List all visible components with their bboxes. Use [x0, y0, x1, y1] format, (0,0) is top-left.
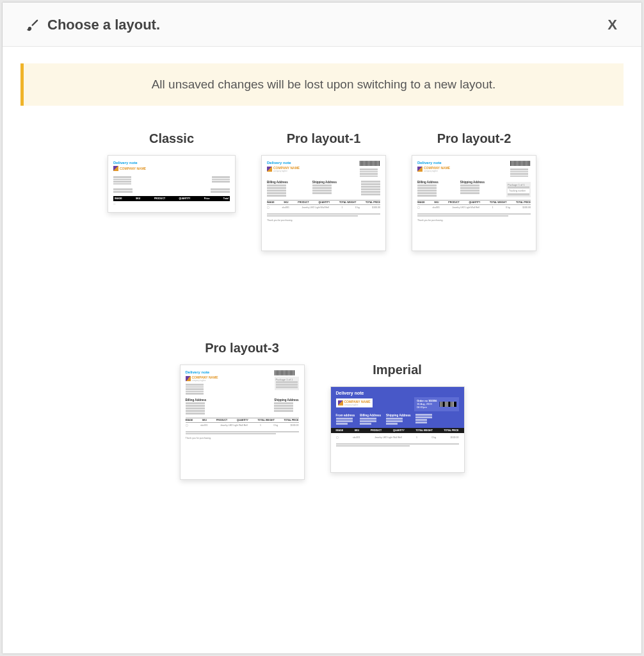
logo-icon [186, 376, 191, 381]
modal-header: Choose a layout. X [3, 3, 641, 47]
choose-layout-modal: Choose a layout. X All unsaved changes w… [3, 3, 641, 653]
barcode-icon [275, 370, 295, 375]
modal-title-wrap: Choose a layout. [26, 17, 160, 33]
imperial-header: Delivery note COMPANY NAMEcompany taglin… [331, 387, 464, 428]
layout-option-classic[interactable]: Classic Delivery note COMPANY NAME [108, 131, 236, 251]
layout-preview-imperial: Delivery note COMPANY NAMEcompany taglin… [330, 386, 465, 473]
brush-icon [26, 18, 40, 32]
modal-title: Choose a layout. [47, 17, 160, 33]
barcode-icon [440, 402, 456, 407]
logo-icon [338, 400, 343, 406]
layout-option-imperial[interactable]: Imperial Delivery note COMPANY NAMEcompa… [330, 363, 465, 480]
logo-icon [267, 167, 272, 172]
package-info-box: Package 1 of 1 Tracking number [506, 182, 531, 197]
layout-option-pro-1[interactable]: Pro layout-1 Delivery note COMPANY NAMEc… [261, 131, 386, 251]
barcode-icon [360, 161, 380, 166]
modal-content: All unsaved changes will be lost upon sw… [3, 47, 641, 653]
order-panel: Order no 10235616 Aug, 201904:01pm [414, 397, 458, 411]
layout-preview-pro-3: Delivery note COMPANY NAMEcompany taglin… [180, 365, 305, 480]
warning-banner: All unsaved changes will be lost upon sw… [20, 63, 624, 106]
logo-icon [113, 166, 118, 171]
layout-preview-pro-1: Delivery note COMPANY NAMEcompany taglin… [261, 155, 386, 251]
layout-preview-pro-2: Delivery note COMPANY NAMEcompany taglin… [412, 155, 536, 251]
layout-label: Pro layout-3 [205, 341, 279, 356]
layouts-row-2: Pro layout-3 Delivery note COMPANY NAMEc… [27, 341, 617, 480]
layout-label: Classic [149, 131, 194, 146]
layouts-row-1: Classic Delivery note COMPANY NAME [27, 131, 617, 251]
layout-option-pro-3[interactable]: Pro layout-3 Delivery note COMPANY NAMEc… [180, 341, 305, 480]
layouts-grid: Classic Delivery note COMPANY NAME [20, 131, 624, 480]
layout-label: Imperial [373, 363, 422, 377]
layout-label: Pro layout-2 [437, 131, 511, 146]
barcode-icon [510, 161, 531, 166]
layout-option-pro-2[interactable]: Pro layout-2 Delivery note COMPANY NAMEc… [412, 131, 536, 251]
close-button[interactable]: X [602, 14, 622, 36]
company-block: COMPANY NAME [113, 166, 146, 171]
layout-preview-classic: Delivery note COMPANY NAME [108, 155, 236, 213]
package-info-box: Package 1 of 1 [275, 377, 299, 390]
layout-label: Pro layout-1 [287, 131, 361, 146]
logo-icon [417, 167, 423, 172]
preview-doc-title: Delivery note [267, 161, 300, 165]
